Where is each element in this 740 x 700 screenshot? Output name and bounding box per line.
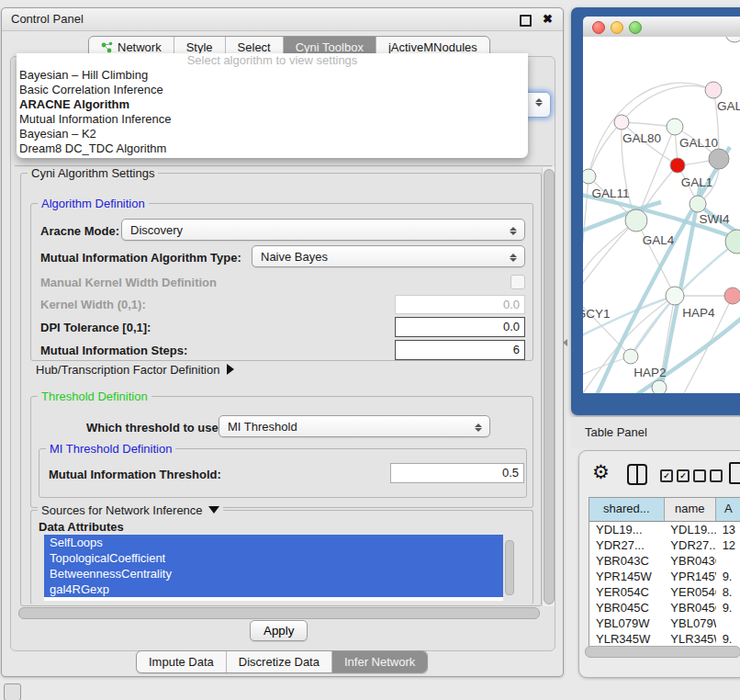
algorithm-option[interactable]: Dream8 DC_TDC Algorithm [17,141,528,156]
table-cell: YER054C [664,584,715,600]
network-node-hap4[interactable] [666,287,684,305]
apply-button[interactable]: Apply [250,620,308,641]
mi-algorithm-type-select[interactable]: Naive Bayes [252,245,525,267]
node-label: SWI4 [699,212,729,226]
network-node[interactable] [709,149,729,169]
network-edge[interactable] [622,85,713,122]
column-header[interactable]: name [665,498,716,521]
column-layout-icon[interactable] [627,464,647,485]
table-row[interactable]: YBL079WYBL079W [589,615,740,631]
settings-hscroll-thumb[interactable] [18,607,540,619]
attribute-list-scrollbar[interactable] [505,540,514,595]
table-row[interactable]: YBR045CYBR045C9. [589,600,740,615]
deselect-all-columns-icon[interactable] [693,469,723,482]
table-row[interactable]: YDL19...YDL19...13 [589,522,740,537]
table-hscroll-thumb[interactable] [585,646,740,658]
minimize-traffic-light[interactable] [611,21,623,34]
mi-threshold-label: Mutual Information Threshold: [49,468,221,481]
network-edge[interactable] [636,220,675,296]
combo-stepper-icon [510,226,518,236]
network-node-gal10[interactable] [667,119,683,135]
algorithm-option[interactable]: Bayesian – Hill Climbing [17,68,528,83]
network-node-gal11[interactable] [583,169,596,184]
table-cell: 8. [716,584,740,600]
mi-steps-label: Mutual Information Steps: [40,344,187,357]
zoom-traffic-light[interactable] [629,21,642,34]
mi-threshold-group-title: MI Threshold Definition [46,442,175,456]
network-node-gal80[interactable] [614,115,629,130]
attribute-item[interactable]: BetweennessCentrality [44,566,503,581]
kernel-width-label: Kernel Width (0,1): [40,298,146,311]
close-traffic-light[interactable] [592,21,605,34]
table-window: ⚙ ✓✓ shared...nameA YDL19...YDL19...13YD… [578,450,740,678]
kernel-width-field[interactable]: 0.0 [395,295,525,314]
network-edge[interactable] [589,122,622,176]
algorithm-option[interactable]: Basic Correlation Inference [17,83,528,97]
column-header[interactable]: A [716,498,740,521]
control-panel-titlebar: Control Panel ✖ [2,8,563,31]
network-node-gal4[interactable] [625,209,647,231]
attribute-item[interactable]: TopologicalCoefficient [44,550,503,566]
attribute-item[interactable]: gal4RGexp [44,581,503,597]
collapsed-panel-icon[interactable] [4,683,21,700]
network-edge[interactable] [583,220,636,297]
splitter-collapse-icon[interactable] [563,339,567,346]
collapse-down-icon [208,506,219,514]
algorithm-option[interactable]: Mutual Information Inference [17,112,528,127]
which-threshold-select[interactable]: MI Threshold [219,415,490,437]
export-table-icon[interactable] [729,462,740,484]
column-header[interactable]: shared... [589,498,665,521]
table-row[interactable]: YER054CYER054C8. [589,584,740,600]
tab-discretize-data[interactable]: Discretize Data [226,651,331,672]
table-row[interactable]: YDR27...YDR27...12 [589,537,740,553]
network-node-gal[interactable] [705,82,722,98]
select-all-columns-icon[interactable]: ✓✓ [660,469,690,482]
network-node[interactable] [725,37,740,42]
mi-steps-field[interactable]: 6 [395,340,525,360]
tab-infer-network[interactable]: Infer Network [331,651,427,672]
network-node-hap2[interactable] [623,349,638,364]
combo-stepper-icon [535,97,544,107]
mi-threshold-field[interactable]: 0.5 [390,463,524,483]
node-label: GCY1 [583,307,610,321]
manual-kernel-checkbox[interactable] [510,275,525,289]
table-cell: YDR27... [589,537,664,553]
sources-group-title[interactable]: Sources for Network Inference [38,503,223,517]
algorithm-option[interactable]: Bayesian – K2 [17,127,528,141]
network-window-titlebar[interactable] [583,17,740,38]
close-icon[interactable]: ✖ [543,12,553,26]
network-node[interactable] [652,380,667,393]
table-cell: YBR043C [664,553,715,569]
table-row[interactable]: YPR145WYPR145W9. [589,569,740,584]
dpi-tolerance-field[interactable]: 0.0 [395,317,525,337]
network-edge[interactable] [583,220,636,297]
table-cell: YBR045C [664,600,715,615]
float-window-icon[interactable] [520,15,532,27]
network-edge[interactable] [631,242,737,356]
hub-definition-label: Hub/Transcription Factor Definition [36,363,219,377]
algorithm-option[interactable]: ARACNE Algorithm [17,97,528,112]
tab-impute-data[interactable]: Impute Data [137,651,226,672]
node-label: GAL4 [643,233,675,247]
table-row[interactable]: YBR043CYBR043C [589,553,740,569]
network-node-gal1[interactable] [670,158,685,173]
network-node-swi4[interactable] [690,196,706,212]
network-edge[interactable] [633,312,740,393]
table-hscroll-track [585,646,740,657]
network-canvas[interactable]: GALGAL80GAL10GAL1GAL11SWI4GAL4GCY1HAP4YH… [583,37,740,393]
table-cell [716,615,740,631]
hub-definition-toggle[interactable]: Hub/Transcription Factor Definition [36,363,234,377]
node-label: GAL11 [591,186,629,200]
network-node-y[interactable] [724,288,740,304]
network-edge[interactable] [583,297,631,356]
network-edge[interactable] [583,202,661,234]
settings-group-title: Cyni Algorithm Settings [28,166,158,180]
settings-vscroll-thumb[interactable] [544,169,555,604]
table-body: YDL19...YDL19...13YDR27...YDR27...12YBR0… [589,522,740,649]
node-label: GAL1 [681,175,713,189]
gear-icon[interactable]: ⚙ [592,462,610,482]
combo-stepper-icon [475,423,483,433]
table-row[interactable]: YLR345WYLR345W9. [589,631,740,647]
attribute-item[interactable]: SelfLoops [44,535,503,550]
aracne-mode-select[interactable]: Discovery [121,219,525,241]
